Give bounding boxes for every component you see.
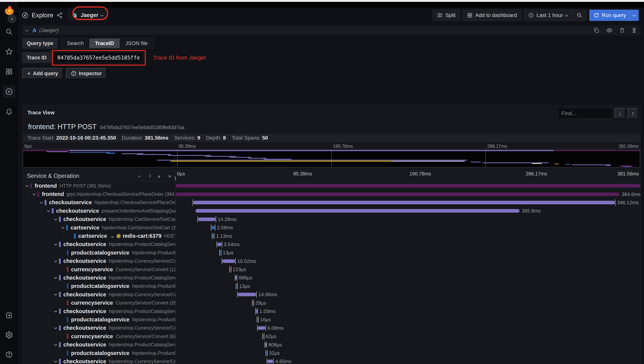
tab-search[interactable]: Search bbox=[61, 38, 89, 48]
expand-one-icon[interactable] bbox=[147, 175, 152, 177]
span-gantt-cell[interactable]: 4.65ms bbox=[176, 357, 640, 364]
trace-span-row[interactable]: frontendHTTP POST (381.56ms) bbox=[23, 182, 640, 190]
span-duration-bar[interactable] bbox=[238, 293, 256, 296]
span-duration-bar[interactable] bbox=[256, 310, 257, 313]
span-duration-bar[interactable] bbox=[193, 201, 615, 204]
time-range-picker[interactable]: Last 1 hour bbox=[524, 10, 572, 21]
sidebar-item-help[interactable] bbox=[3, 348, 15, 360]
sidebar-item-explore[interactable] bbox=[3, 86, 15, 98]
span-duration-bar[interactable] bbox=[212, 226, 215, 230]
span-duration-bar[interactable] bbox=[266, 352, 267, 355]
chevron-down-icon[interactable] bbox=[54, 242, 57, 246]
span-name-cell[interactable]: productcatalogservicehipstershop.Product… bbox=[23, 316, 176, 324]
chevron-down-icon[interactable] bbox=[54, 309, 57, 312]
span-name-cell[interactable]: frontendgrpc.hipstershop.CheckoutService… bbox=[23, 190, 176, 198]
sidebar-item-starred[interactable] bbox=[3, 46, 15, 58]
chevron-down-icon[interactable] bbox=[54, 326, 57, 329]
span-gantt-cell[interactable]: 346.12ms bbox=[176, 198, 640, 207]
trace-span-row[interactable]: frontendgrpc.hipstershop.CheckoutService… bbox=[23, 190, 640, 198]
span-duration-bar[interactable] bbox=[236, 284, 237, 288]
span-gantt-cell[interactable]: 6.08ms bbox=[176, 324, 640, 332]
run-query-button[interactable]: Run query bbox=[589, 10, 639, 21]
chevron-down-icon[interactable] bbox=[54, 360, 57, 363]
grafana-logo[interactable] bbox=[4, 5, 15, 16]
trace-span-row[interactable]: productcatalogservicehipstershop.Product… bbox=[23, 282, 640, 290]
trace-span-row[interactable]: currencyserviceCurrencyService/Convert (… bbox=[23, 265, 640, 274]
span-gantt-cell[interactable]: 28μs bbox=[176, 298, 640, 307]
span-name-cell[interactable]: productcatalogservicehipstershop.Product… bbox=[23, 282, 176, 290]
trace-span-row[interactable]: cartservicehipstershop.CartService/GetCa… bbox=[23, 224, 640, 232]
chevron-down-icon[interactable] bbox=[54, 276, 57, 279]
collapse-all-icon[interactable]: » bbox=[157, 174, 162, 178]
span-gantt-cell[interactable]: 14.28ms bbox=[176, 215, 640, 224]
span-duration-bar[interactable] bbox=[213, 234, 214, 238]
trace-span-row[interactable]: checkoutserviceprepareOrderItemsAndShipp… bbox=[23, 207, 640, 215]
span-gantt-cell[interactable]: 2.58ms bbox=[176, 224, 640, 232]
span-duration-bar[interactable] bbox=[236, 276, 237, 280]
eye-icon[interactable] bbox=[606, 27, 613, 34]
trace-span-row[interactable]: checkoutservicehipstershop.CartService/G… bbox=[23, 215, 640, 224]
span-name-cell[interactable]: checkoutservicehipstershop.ProductCatalo… bbox=[23, 240, 176, 248]
find-input[interactable] bbox=[558, 108, 612, 119]
span-gantt-cell[interactable]: 13μs bbox=[176, 248, 640, 257]
sidebar-item-dashboards[interactable] bbox=[3, 66, 15, 78]
trace-id-input[interactable] bbox=[54, 52, 143, 63]
chevron-down-icon[interactable] bbox=[47, 209, 50, 212]
span-gantt-cell[interactable]: 1.03ms bbox=[176, 307, 640, 316]
span-duration-bar[interactable] bbox=[220, 251, 221, 254]
drag-handle-icon[interactable] bbox=[631, 27, 637, 33]
trace-span-row[interactable]: checkoutservicehipstershop.CurrencyServi… bbox=[23, 324, 640, 332]
span-duration-bar[interactable] bbox=[258, 326, 265, 330]
span-name-cell[interactable]: checkoutservicehipstershop.CurrencyServi… bbox=[23, 357, 176, 364]
span-duration-bar[interactable] bbox=[267, 360, 273, 363]
inspector-button[interactable]: Inspector bbox=[66, 68, 107, 79]
span-duration-bar[interactable] bbox=[253, 301, 253, 305]
sidebar-item-configuration[interactable] bbox=[3, 329, 15, 341]
trace-span-row[interactable]: checkoutservicehipstershop.ProductCatalo… bbox=[23, 340, 640, 349]
trace-span-row[interactable]: checkoutservicehipstershop.CheckoutServi… bbox=[23, 198, 640, 207]
span-name-cell[interactable]: checkoutservicehipstershop.ProductCatalo… bbox=[23, 340, 176, 349]
span-gantt-cell[interactable]: 10.52ms bbox=[176, 257, 640, 265]
chevron-down-icon[interactable] bbox=[61, 226, 65, 229]
span-gantt-cell[interactable]: 364.6ms bbox=[176, 190, 640, 198]
tab-json-file[interactable]: JSON file bbox=[120, 38, 153, 48]
span-duration-bar[interactable] bbox=[217, 242, 222, 246]
sidebar-expand-button[interactable]: › bbox=[8, 14, 16, 23]
chevron-down-icon[interactable] bbox=[54, 292, 57, 296]
run-query-dropdown[interactable] bbox=[630, 10, 639, 21]
query-row-header[interactable]: A (Jaeger) bbox=[22, 26, 640, 35]
span-name-cell[interactable]: checkoutservicehipstershop.CurrencyServi… bbox=[23, 257, 176, 265]
span-duration-bar[interactable] bbox=[263, 334, 264, 338]
span-gantt-cell[interactable]: 16μs bbox=[176, 316, 640, 324]
share-icon[interactable] bbox=[56, 12, 63, 18]
trace-span-row[interactable]: cartservice→redis-cart:6379HGET (1.13ms)… bbox=[23, 232, 640, 240]
span-gantt-cell[interactable]: 3.54ms bbox=[176, 240, 640, 248]
span-duration-bar[interactable] bbox=[196, 209, 519, 213]
span-name-cell[interactable]: currencyserviceCurrencyService/Convert (… bbox=[23, 265, 176, 274]
find-next-button[interactable]: ↓ bbox=[615, 108, 625, 119]
span-name-cell[interactable]: cartservice→redis-cart:6379HGET (1.13ms) bbox=[23, 232, 176, 240]
span-gantt-cell[interactable]: 265.8ms bbox=[176, 207, 640, 215]
trace-span-row[interactable]: checkoutservicehipstershop.ProductCatalo… bbox=[23, 240, 640, 248]
trash-icon[interactable] bbox=[619, 27, 625, 33]
tab-traceid[interactable]: TraceID bbox=[89, 38, 120, 48]
trace-span-row[interactable]: checkoutservicehipstershop.CurrencyServi… bbox=[23, 257, 640, 265]
trace-span-row[interactable]: checkoutservicehipstershop.ProductCatalo… bbox=[23, 307, 640, 316]
trace-span-row[interactable]: checkoutservicehipstershop.ProductCatalo… bbox=[23, 274, 640, 282]
span-name-cell[interactable]: checkoutservicehipstershop.CurrencyServi… bbox=[23, 290, 176, 298]
chevron-down-icon[interactable] bbox=[54, 259, 57, 262]
span-gantt-cell[interactable]: 1.13ms bbox=[176, 232, 640, 240]
trace-span-row[interactable]: checkoutservicehipstershop.CurrencyServi… bbox=[23, 290, 640, 298]
span-name-cell[interactable]: checkoutservicehipstershop.CartService/G… bbox=[23, 215, 176, 224]
chevron-down-icon[interactable] bbox=[33, 192, 36, 196]
add-to-dashboard-button[interactable]: Add to dashboard bbox=[463, 10, 521, 21]
span-gantt-cell[interactable] bbox=[176, 182, 640, 190]
span-name-cell[interactable]: currencyserviceCurrencyService/Convert (… bbox=[23, 298, 176, 307]
zoom-out-button[interactable] bbox=[572, 10, 587, 21]
chevron-down-icon[interactable] bbox=[54, 217, 57, 220]
sidebar-item-search[interactable] bbox=[3, 26, 15, 38]
span-name-cell[interactable]: cartservicehipstershop.CartService/GetCa… bbox=[23, 224, 176, 232]
span-duration-bar[interactable] bbox=[198, 218, 216, 221]
trace-span-row[interactable]: checkoutservicehipstershop.CurrencyServi… bbox=[23, 357, 640, 364]
sidebar-item-sign-in[interactable] bbox=[3, 309, 15, 322]
